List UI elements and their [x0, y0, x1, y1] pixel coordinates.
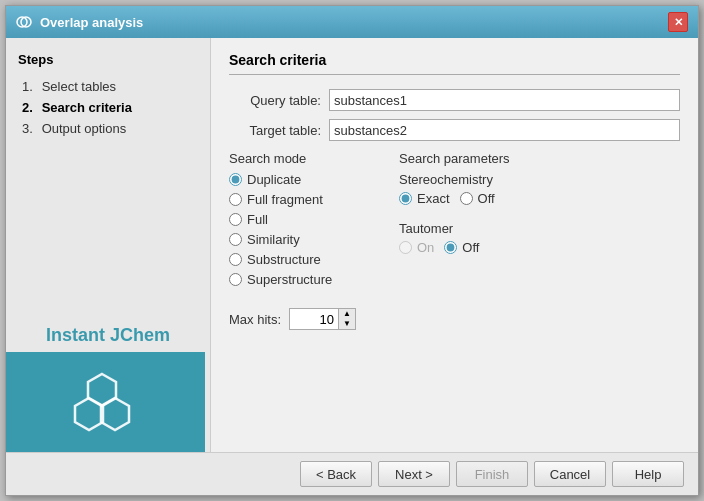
steps-title: Steps	[18, 52, 198, 67]
section-title: Search criteria	[229, 52, 680, 75]
dialog-title: Overlap analysis	[40, 15, 143, 30]
tautomer-options: On Off	[399, 240, 579, 260]
max-hits-row: Max hits: ▲ ▼	[229, 308, 680, 330]
search-mode-full-row: Full	[229, 212, 379, 227]
next-button[interactable]: Next >	[378, 461, 450, 487]
max-hits-label: Max hits:	[229, 312, 281, 327]
search-mode-substructure-label: Substructure	[247, 252, 321, 267]
query-table-label: Query table:	[229, 93, 329, 108]
help-button[interactable]: Help	[612, 461, 684, 487]
step-2-label: Search criteria	[42, 100, 132, 115]
stereo-exact-label: Exact	[417, 191, 450, 206]
brand-logo	[6, 352, 205, 452]
search-mode-duplicate-label: Duplicate	[247, 172, 301, 187]
query-table-input[interactable]	[329, 89, 680, 111]
search-mode-superstructure-label: Superstructure	[247, 272, 332, 287]
target-table-row: Target table:	[229, 119, 680, 141]
tautomer-off-radio[interactable]	[444, 241, 457, 254]
search-params-label: Search parameters	[399, 151, 579, 166]
sidebar-brand: Instant JChem	[18, 140, 198, 452]
title-bar-left: Overlap analysis	[16, 14, 143, 30]
step-3-number: 3.	[22, 121, 38, 136]
search-mode-substructure-radio[interactable]	[229, 253, 242, 266]
spinner-up-button[interactable]: ▲	[339, 309, 355, 319]
search-mode-similarity-row: Similarity	[229, 232, 379, 247]
search-params-panel: Search parameters Stereochemistry Exact …	[399, 151, 579, 292]
step-2: 2. Search criteria	[18, 98, 198, 117]
spinner-down-button[interactable]: ▼	[339, 319, 355, 329]
search-mode-label: Search mode	[229, 151, 379, 166]
tautomer-off-label: Off	[462, 240, 479, 255]
stereo-exact-radio[interactable]	[399, 192, 412, 205]
step-2-number: 2.	[22, 100, 38, 115]
max-hits-input[interactable]	[289, 308, 339, 330]
brand-logo-icon	[62, 362, 142, 442]
tautomer-on-label: On	[417, 240, 434, 255]
search-mode-similarity-label: Similarity	[247, 232, 300, 247]
main-content: Search criteria Query table: Target tabl…	[211, 38, 698, 452]
dialog-icon	[16, 14, 32, 30]
search-mode-fullfragment-radio[interactable]	[229, 193, 242, 206]
target-table-input[interactable]	[329, 119, 680, 141]
stereochemistry-label: Stereochemistry	[399, 172, 579, 187]
brand-text: Instant JChem	[46, 325, 170, 346]
svg-marker-3	[75, 398, 103, 430]
stereochemistry-options: Exact Off	[399, 191, 579, 211]
search-options-row: Search mode Duplicate Full fragment Full	[229, 151, 680, 292]
title-bar: Overlap analysis ✕	[6, 6, 698, 38]
tautomer-on-row: On	[399, 240, 434, 255]
step-3: 3. Output options	[18, 119, 198, 138]
stereo-exact-row: Exact	[399, 191, 450, 206]
close-button[interactable]: ✕	[668, 12, 688, 32]
search-mode-superstructure-radio[interactable]	[229, 273, 242, 286]
tautomer-panel: Tautomer On Off	[399, 221, 579, 260]
tautomer-on-radio[interactable]	[399, 241, 412, 254]
search-mode-superstructure-row: Superstructure	[229, 272, 379, 287]
step-1: 1. Select tables	[18, 77, 198, 96]
search-mode-duplicate-radio[interactable]	[229, 173, 242, 186]
dialog-body: Steps 1. Select tables 2. Search criteri…	[6, 38, 698, 452]
step-1-number: 1.	[22, 79, 38, 94]
dialog-footer: < Back Next > Finish Cancel Help	[6, 452, 698, 495]
search-mode-duplicate-row: Duplicate	[229, 172, 379, 187]
max-hits-spinner: ▲ ▼	[289, 308, 356, 330]
sidebar: Steps 1. Select tables 2. Search criteri…	[6, 38, 211, 452]
search-mode-substructure-row: Substructure	[229, 252, 379, 267]
target-table-label: Target table:	[229, 123, 329, 138]
tautomer-label: Tautomer	[399, 221, 579, 236]
overlap-analysis-dialog: Overlap analysis ✕ Steps 1. Select table…	[5, 5, 699, 496]
query-table-row: Query table:	[229, 89, 680, 111]
spinner-buttons: ▲ ▼	[339, 308, 356, 330]
stereo-off-label: Off	[478, 191, 495, 206]
search-mode-fullfragment-label: Full fragment	[247, 192, 323, 207]
steps-list: 1. Select tables 2. Search criteria 3. O…	[18, 77, 198, 140]
search-mode-panel: Search mode Duplicate Full fragment Full	[229, 151, 379, 292]
step-3-label: Output options	[42, 121, 127, 136]
search-mode-full-label: Full	[247, 212, 268, 227]
tautomer-off-row: Off	[444, 240, 479, 255]
cancel-button[interactable]: Cancel	[534, 461, 606, 487]
step-1-label: Select tables	[42, 79, 116, 94]
back-button[interactable]: < Back	[300, 461, 372, 487]
stereo-off-radio[interactable]	[460, 192, 473, 205]
search-mode-similarity-radio[interactable]	[229, 233, 242, 246]
search-mode-fullfragment-row: Full fragment	[229, 192, 379, 207]
search-mode-full-radio[interactable]	[229, 213, 242, 226]
finish-button[interactable]: Finish	[456, 461, 528, 487]
stereochemistry-panel: Stereochemistry Exact Off	[399, 172, 579, 211]
svg-marker-4	[101, 398, 129, 430]
stereo-off-row: Off	[460, 191, 495, 206]
